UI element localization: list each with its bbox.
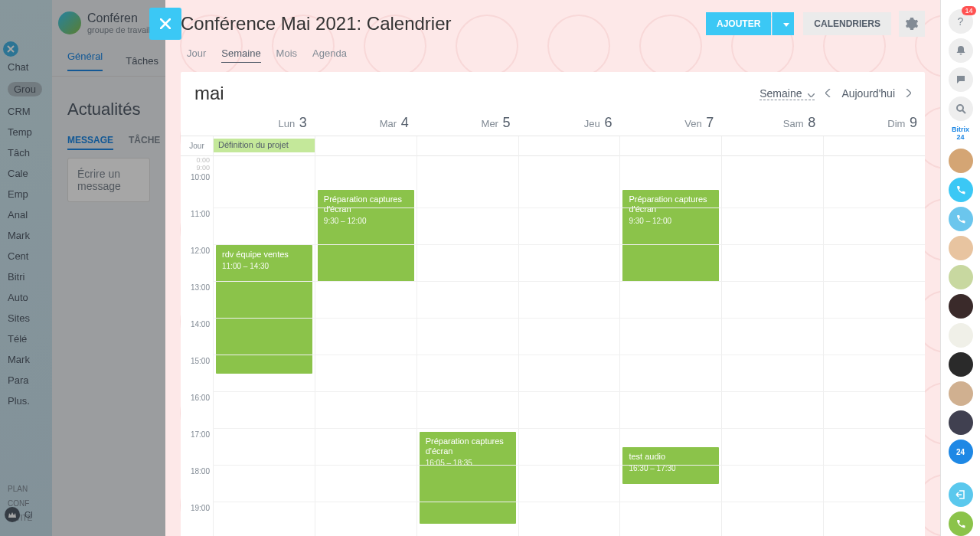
event-rdv-ventes[interactable]: rdv équipe ventes 11:00 – 14:30 [216, 245, 312, 374]
logout-button[interactable] [949, 482, 973, 507]
time-range-start: 0:00 9:00 [181, 156, 213, 172]
day-col-tue[interactable]: Préparation captures d'écran 9:30 – 12:0… [315, 156, 416, 536]
event-prep-wed[interactable]: Préparation captures d'écran 16:05 – 18:… [420, 432, 516, 524]
hour-13: 13:00 [181, 282, 213, 319]
today-button[interactable]: Aujourd'hui [841, 87, 895, 100]
add-button[interactable]: AJOUTER [706, 12, 771, 35]
dial-button[interactable] [949, 511, 973, 536]
right-sidebar: ? 14 Bitrix 24 24 [940, 0, 980, 536]
view-day[interactable]: Jour [187, 47, 206, 63]
search-icon [956, 103, 966, 114]
event-prep-fri[interactable]: Préparation captures d'écran 9:30 – 12:0… [622, 190, 719, 282]
allday-wed[interactable] [416, 136, 518, 156]
day-col-sat[interactable] [721, 156, 823, 536]
day-col-wed[interactable]: Préparation captures d'écran 16:05 – 18:… [416, 156, 518, 536]
calendar-container: mai Semaine Aujourd'hui Lun 3 Mar 4 Mer … [181, 72, 925, 536]
allday-thu[interactable] [518, 136, 620, 156]
event-test-audio[interactable]: test audio 16:30 – 17:30 [622, 447, 719, 484]
chevron-left-icon [825, 89, 831, 97]
day-col-mon[interactable]: rdv équipe ventes 11:00 – 14:30 [213, 156, 315, 536]
help-button[interactable]: ? 14 [949, 9, 973, 34]
call-button-1[interactable] [949, 178, 973, 202]
hour-12: 12:00 [181, 245, 213, 282]
chevron-down-icon [808, 93, 815, 97]
call-button-2[interactable] [949, 207, 973, 231]
calendar-top-bar: mai Semaine Aujourd'hui [181, 72, 925, 110]
calendar-panel: Conférence Mai 2021: Calendrier AJOUTER … [165, 0, 940, 536]
phone-icon [956, 519, 965, 528]
hour-16: 16:00 [181, 392, 213, 429]
contact-avatar-6[interactable] [949, 352, 973, 377]
hour-15: 15:00 [181, 355, 213, 392]
add-dropdown-button[interactable] [772, 12, 794, 35]
prev-button[interactable] [825, 87, 831, 100]
day-header-mon: Lun 3 [213, 110, 315, 136]
panel-header: Conférence Mai 2021: Calendrier AJOUTER … [165, 0, 940, 41]
day-col-sun[interactable] [823, 156, 925, 536]
view-agenda[interactable]: Agenda [312, 47, 347, 63]
hour-17: 17:00 [181, 429, 213, 466]
view-month[interactable]: Mois [276, 47, 297, 63]
allday-label: Jour [181, 142, 213, 150]
b24-round-icon[interactable]: 24 [949, 440, 973, 464]
panel-title: Conférence Mai 2021: Calendrier [181, 13, 706, 34]
day-header-fri: Ven 7 [619, 110, 721, 136]
time-gutter: 0:00 9:00 10:00 11:00 12:00 13:00 14:00 … [181, 156, 213, 536]
allday-tue[interactable] [315, 136, 416, 156]
day-header-row: Lun 3 Mar 4 Mer 5 Jeu 6 Ven 7 Sam 8 Dim … [181, 110, 925, 136]
view-selector[interactable]: Semaine [760, 87, 815, 100]
help-icon: ? [958, 15, 964, 28]
day-header-wed: Mer 5 [416, 110, 518, 136]
hour-10: 10:00 [181, 172, 213, 208]
day-header-sun: Dim 9 [823, 110, 925, 136]
chevron-down-icon [783, 23, 789, 27]
close-icon [160, 18, 171, 29]
allday-event[interactable]: Définition du projet [214, 139, 315, 152]
chat-button[interactable] [949, 67, 973, 92]
day-col-fri[interactable]: Préparation captures d'écran 9:30 – 12:0… [619, 156, 721, 536]
contact-avatar-4[interactable] [949, 294, 973, 319]
contact-avatar-2[interactable] [949, 236, 973, 260]
search-button[interactable] [949, 96, 973, 121]
hour-18: 18:00 [181, 466, 213, 502]
next-button[interactable] [906, 87, 911, 100]
contact-avatar-8[interactable] [949, 410, 973, 435]
hour-14: 14:00 [181, 319, 213, 355]
svg-point-0 [957, 105, 963, 111]
allday-sun[interactable] [823, 136, 925, 156]
phone-icon [956, 214, 965, 224]
view-week[interactable]: Semaine [221, 47, 260, 63]
close-panel-button[interactable] [149, 8, 181, 40]
contact-avatar-1[interactable] [949, 149, 973, 173]
contact-avatar-7[interactable] [949, 381, 973, 406]
notification-badge: 14 [962, 6, 975, 15]
logout-icon [956, 489, 966, 500]
gear-icon [906, 18, 918, 30]
chevron-right-icon [906, 89, 911, 97]
hour-19: 19:00 [181, 502, 213, 536]
calendars-button[interactable]: CALENDRIERS [803, 12, 891, 35]
bitrix24-logo[interactable]: Bitrix 24 [949, 126, 973, 144]
phone-icon [956, 185, 965, 194]
day-header-thu: Jeu 6 [518, 110, 620, 136]
day-col-thu[interactable] [518, 156, 620, 536]
month-label: mai [194, 83, 760, 104]
allday-mon[interactable]: Définition du projet [213, 136, 315, 156]
view-tabs: Jour Semaine Mois Agenda [165, 41, 940, 72]
allday-fri[interactable] [619, 136, 721, 156]
contact-avatar-3[interactable] [949, 265, 973, 289]
event-prep-tue[interactable]: Préparation captures d'écran 9:30 – 12:0… [318, 190, 414, 282]
allday-row: Jour Définition du projet [181, 136, 925, 156]
chat-icon [956, 74, 966, 85]
settings-button[interactable] [899, 11, 925, 37]
allday-sat[interactable] [721, 136, 823, 156]
hour-11: 11:00 [181, 208, 213, 245]
calendar-grid: 0:00 9:00 10:00 11:00 12:00 13:00 14:00 … [181, 156, 925, 536]
contact-avatar-5[interactable] [949, 323, 973, 348]
bell-icon [956, 45, 966, 56]
day-header-sat: Sam 8 [721, 110, 823, 136]
day-header-tue: Mar 4 [315, 110, 416, 136]
notifications-button[interactable] [949, 38, 973, 63]
